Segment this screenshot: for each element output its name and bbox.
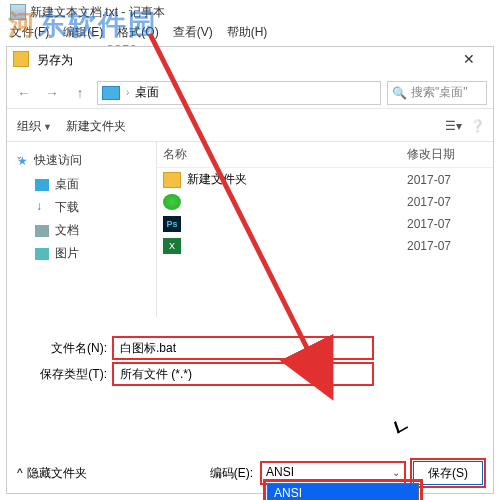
address-bar[interactable]: › 桌面: [97, 81, 381, 105]
sidebar-item-desktop[interactable]: 桌面: [7, 173, 156, 196]
filename-input[interactable]: [113, 337, 373, 359]
ps-icon: Ps: [163, 216, 181, 232]
encoding-label: 编码(E):: [210, 465, 253, 482]
search-placeholder: 搜索"桌面": [411, 84, 468, 101]
sidebar-item-pictures[interactable]: 图片: [7, 242, 156, 265]
sidebar-item-documents[interactable]: 文档: [7, 219, 156, 242]
sidebar: ⌄ ★快速访问 桌面 下载 文档 图片: [7, 142, 157, 317]
sidebar-item-downloads[interactable]: 下载: [7, 196, 156, 219]
encoding-option-ansi[interactable]: ANSI: [268, 484, 418, 500]
back-icon[interactable]: ←: [13, 82, 35, 104]
chevron-right-icon: ›: [126, 87, 129, 98]
search-icon: 🔍: [392, 86, 407, 100]
download-icon: [35, 202, 49, 214]
file-list: 名称 修改日期 新建文件夹2017-07 2017-07 Ps2017-07 X…: [157, 142, 493, 317]
list-item[interactable]: 2017-07: [157, 191, 493, 213]
save-button[interactable]: 保存(S): [413, 461, 483, 485]
encoding-dropdown: ANSI Unicode Unicode big endian UTF-8: [267, 483, 419, 500]
dialog-icon: [13, 51, 29, 67]
chevron-down-icon: ⌄: [392, 467, 400, 478]
menu-format[interactable]: 格式(O): [117, 24, 158, 41]
forward-icon[interactable]: →: [41, 82, 63, 104]
dialog-title: 另存为: [37, 52, 73, 69]
sidebar-quick-access[interactable]: ★快速访问: [7, 148, 156, 173]
up-icon[interactable]: ↑: [69, 82, 91, 104]
menu-edit[interactable]: 编辑(E): [63, 24, 103, 41]
chevron-up-icon: ^: [17, 466, 23, 480]
menu-help[interactable]: 帮助(H): [227, 24, 268, 41]
menu-file[interactable]: 文件(F): [10, 24, 49, 41]
hide-folders-toggle[interactable]: ^隐藏文件夹: [17, 465, 87, 482]
documents-icon: [35, 225, 49, 237]
filetype-label: 保存类型(T):: [17, 366, 113, 383]
app-icon: [163, 194, 181, 210]
col-name[interactable]: 名称: [163, 146, 407, 163]
save-as-dialog: 另存为 ✕ ← → ↑ › 桌面 🔍 搜索"桌面" 组织▼ 新建文件夹 ☰▾ ❔…: [6, 46, 494, 494]
list-item[interactable]: X2017-07: [157, 235, 493, 257]
desktop-icon: [35, 179, 49, 191]
xls-icon: X: [163, 238, 181, 254]
notepad-icon: [10, 4, 26, 20]
column-headers[interactable]: 名称 修改日期: [157, 142, 493, 168]
notepad-menu: 文件(F) 编辑(E) 格式(O) 查看(V) 帮助(H): [10, 24, 267, 41]
encoding-select[interactable]: ANSI ⌄: [261, 462, 405, 484]
main-pane: ⌄ ★快速访问 桌面 下载 文档 图片 名称 修改日期 新建文件夹2017-07…: [7, 141, 493, 317]
filetype-select[interactable]: [113, 363, 373, 385]
footer: ^隐藏文件夹 编码(E): ANSI ⌄ 保存(S) ANSI Unicode …: [7, 461, 493, 485]
list-item[interactable]: Ps2017-07: [157, 213, 493, 235]
toolbar: 组织▼ 新建文件夹 ☰▾ ❔: [7, 111, 493, 141]
chevron-down-icon[interactable]: ⌄: [15, 150, 23, 161]
dialog-titlebar: 另存为 ✕: [7, 47, 493, 73]
form-area: 文件名(N): 保存类型(T):: [7, 325, 493, 397]
location-text: 桌面: [135, 84, 159, 101]
nav-row: ← → ↑ › 桌面 🔍 搜索"桌面": [7, 77, 493, 109]
folder-icon: [102, 86, 120, 100]
new-folder-button[interactable]: 新建文件夹: [66, 118, 126, 135]
menu-view[interactable]: 查看(V): [173, 24, 213, 41]
list-item[interactable]: 新建文件夹2017-07: [157, 168, 493, 191]
close-icon[interactable]: ✕: [449, 49, 489, 69]
organize-button[interactable]: 组织▼: [17, 118, 52, 135]
col-date[interactable]: 修改日期: [407, 146, 487, 163]
pictures-icon: [35, 248, 49, 260]
view-icon[interactable]: ☰▾: [445, 119, 462, 133]
folder-icon: [163, 172, 181, 188]
filename-label: 文件名(N):: [17, 340, 113, 357]
search-input[interactable]: 🔍 搜索"桌面": [387, 81, 487, 105]
notepad-title: 新建文本文档.txt - 记事本: [30, 4, 165, 21]
help-icon[interactable]: ❔: [470, 119, 485, 133]
